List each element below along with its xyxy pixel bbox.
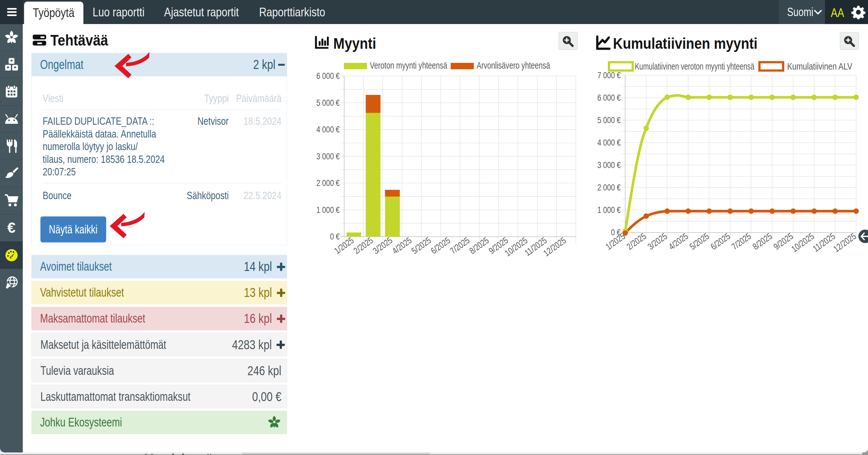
svg-text:5 000 €: 5 000 € (316, 97, 340, 107)
svg-text:Veroton myynti yhteensä: Veroton myynti yhteensä (370, 60, 447, 70)
svg-text:2 000 €: 2 000 € (316, 177, 340, 188)
svg-text:Kumulatiivinen veroton myynti: Kumulatiivinen veroton myynti yhteensä (635, 61, 755, 71)
svg-text:2 000 €: 2 000 € (597, 182, 621, 192)
svg-text:12/2025: 12/2025 (541, 235, 568, 258)
svg-text:10/2025: 10/2025 (503, 235, 529, 258)
svg-text:8/2025: 8/2025 (467, 235, 491, 256)
svg-text:6/2025: 6/2025 (429, 235, 452, 256)
svg-text:6 000 €: 6 000 € (597, 92, 621, 102)
svg-text:0 €: 0 € (330, 231, 340, 241)
svg-text:4/2025: 4/2025 (391, 235, 413, 256)
svg-text:Kumulatiivinen ALV: Kumulatiivinen ALV (787, 61, 852, 72)
svg-text:10/2025: 10/2025 (789, 231, 816, 254)
svg-text:7 000 €: 7 000 € (597, 70, 621, 80)
svg-text:Myynti: Myynti (333, 35, 376, 52)
svg-text:Kumulatiivinen myynti: Kumulatiivinen myynti (613, 35, 758, 52)
svg-text:Arvonlisävero yhteensä: Arvonlisävero yhteensä (477, 60, 551, 70)
svg-text:1 000 €: 1 000 € (597, 204, 621, 215)
svg-text:4 000 €: 4 000 € (316, 124, 340, 134)
svg-text:7/2025: 7/2025 (448, 235, 471, 256)
svg-text:7/2025: 7/2025 (730, 231, 753, 252)
svg-text:2/2025: 2/2025 (624, 231, 648, 252)
svg-text:5/2025: 5/2025 (688, 231, 711, 252)
svg-text:6/2025: 6/2025 (709, 231, 732, 252)
svg-text:5 000 €: 5 000 € (597, 115, 621, 125)
svg-text:4 000 €: 4 000 € (597, 137, 621, 147)
svg-text:2/2025: 2/2025 (351, 235, 375, 256)
svg-text:6 000 €: 6 000 € (316, 70, 340, 80)
svg-text:3/2025: 3/2025 (646, 231, 669, 252)
svg-text:8/2025: 8/2025 (751, 231, 774, 252)
svg-text:3/2025: 3/2025 (371, 235, 394, 256)
svg-text:5/2025: 5/2025 (410, 235, 433, 256)
svg-text:3 000 €: 3 000 € (316, 151, 340, 161)
svg-text:12/2025: 12/2025 (831, 231, 858, 254)
svg-text:1 000 €: 1 000 € (316, 204, 340, 215)
svg-text:4/2025: 4/2025 (666, 231, 690, 252)
svg-text:3 000 €: 3 000 € (597, 160, 621, 170)
svg-text:11/2025: 11/2025 (811, 231, 837, 254)
